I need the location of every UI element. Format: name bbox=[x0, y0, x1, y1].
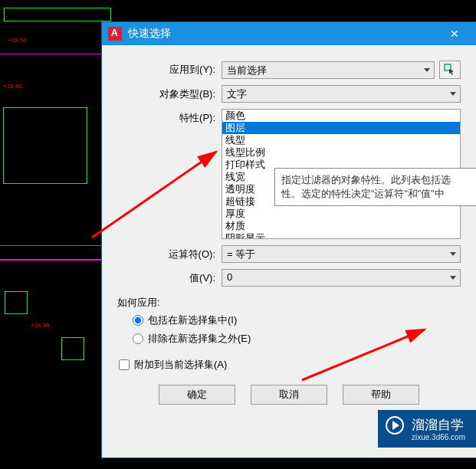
apply-to-select[interactable]: 当前选择 bbox=[222, 61, 435, 79]
tooltip-line1: 指定过滤器的对象特性。此列表包括选 bbox=[281, 173, 470, 187]
dialog-body: 应用到(Y): 当前选择 对象类型(B): 文字 bbox=[102, 45, 476, 414]
property-item[interactable]: 图层 bbox=[222, 122, 460, 134]
include-radio-label: 包括在新选择集中(I) bbox=[148, 313, 237, 327]
exclude-radio-label: 排除在新选择集之外(E) bbox=[148, 332, 251, 346]
object-type-label: 对象类型(B): bbox=[117, 85, 222, 101]
ok-button[interactable]: 确定 bbox=[159, 385, 235, 405]
value-select[interactable]: 0 bbox=[222, 269, 461, 287]
how-apply-label: 如何应用: bbox=[117, 293, 461, 311]
property-item[interactable]: 厚度 bbox=[222, 208, 460, 220]
quick-select-dialog: 快速选择 应用到(Y): 当前选择 对象类型(B): bbox=[101, 21, 476, 458]
operator-label: 运算符(O): bbox=[117, 245, 222, 261]
apply-to-label: 应用到(Y): bbox=[117, 61, 222, 77]
pick-objects-button[interactable] bbox=[439, 61, 461, 79]
dialog-title: 快速选择 bbox=[128, 27, 171, 41]
property-tooltip: 指定过滤器的对象特性。此列表包括选 性。选定的特性决定"运算符"和"值"中 bbox=[274, 168, 476, 206]
property-item[interactable]: 线型 bbox=[222, 134, 460, 146]
help-button[interactable]: 帮助 bbox=[343, 385, 419, 405]
property-label: 特性(P): bbox=[117, 109, 222, 125]
value-label: 值(V): bbox=[117, 269, 222, 285]
titlebar: 快速选择 bbox=[102, 22, 476, 45]
append-checkbox-label: 附加到当前选择集(A) bbox=[134, 358, 227, 372]
select-objects-icon bbox=[444, 64, 456, 76]
watermark-sub: zixue.3d66.com bbox=[412, 434, 465, 441]
property-item[interactable]: 阴影显示 bbox=[222, 232, 460, 239]
autocad-logo-icon bbox=[108, 27, 122, 41]
watermark-badge: 溜溜自学 zixue.3d66.com bbox=[378, 410, 476, 448]
object-type-select[interactable]: 文字 bbox=[222, 85, 461, 103]
property-item[interactable]: 线型比例 bbox=[222, 146, 460, 159]
close-button[interactable] bbox=[439, 22, 470, 45]
tooltip-line2: 性。选定的特性决定"运算符"和"值"中 bbox=[281, 187, 470, 201]
append-checkbox[interactable] bbox=[119, 359, 130, 370]
watermark-main: 溜溜自学 bbox=[412, 418, 464, 432]
play-icon bbox=[386, 416, 404, 435]
operator-select[interactable]: = 等于 bbox=[222, 245, 461, 263]
property-item[interactable]: 颜色 bbox=[222, 110, 460, 122]
include-radio[interactable] bbox=[133, 315, 143, 326]
exclude-radio[interactable] bbox=[133, 333, 143, 344]
cancel-button[interactable]: 取消 bbox=[251, 385, 327, 405]
property-item[interactable]: 材质 bbox=[222, 220, 460, 232]
